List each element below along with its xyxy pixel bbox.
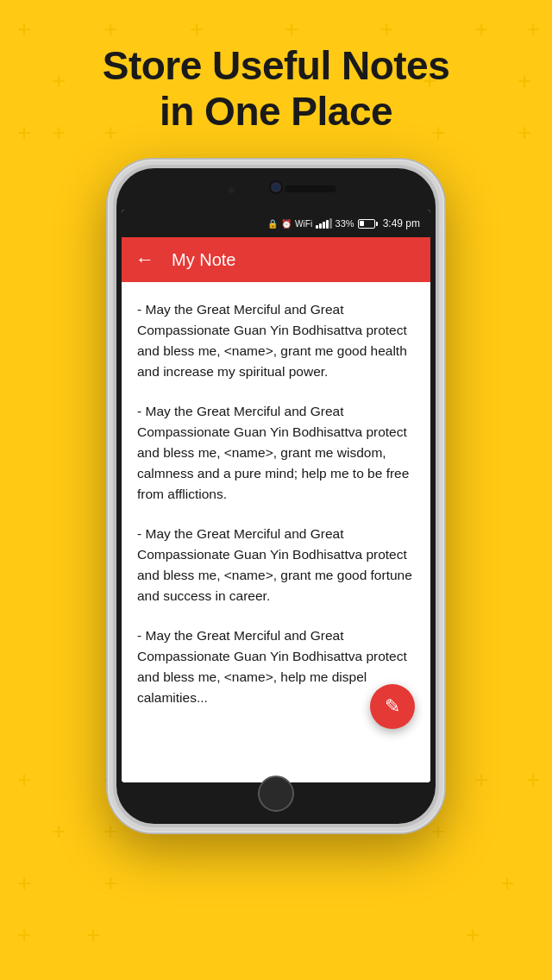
plus-decoration: + [285,17,298,41]
wifi-icon: WiFi [295,219,312,229]
plus-decoration: + [17,17,31,41]
phone-middle-shell: 🔒 ⏰ WiFi 33% [113,165,439,827]
signal-bars [316,218,332,229]
phone-speaker [285,185,336,192]
plus-decoration: + [500,871,514,895]
plus-decoration: + [474,17,488,41]
phone-outer-shell: 🔒 ⏰ WiFi 33% [108,160,444,832]
battery-percent-label: 33% [336,218,354,229]
app-bar-title: My Note [172,250,235,270]
home-button[interactable] [258,776,294,812]
phone-mockup: 🔒 ⏰ WiFi 33% [108,160,444,832]
phone-camera [269,180,283,194]
note-paragraph-1: - May the Great Merciful and Great Compa… [137,299,415,382]
phone-inner-shell: 🔒 ⏰ WiFi 33% [116,168,436,824]
plus-decoration: + [526,768,540,792]
plus-decoration: + [52,820,66,844]
header-title-line1: Store Useful Notes [0,43,552,89]
plus-decoration: + [474,768,488,792]
plus-decoration: + [466,923,480,947]
back-button[interactable]: ← [135,250,154,269]
plus-decoration: + [104,17,117,41]
clock: 3:49 pm [383,217,420,229]
plus-decoration: + [380,17,393,41]
lock-icon: 🔒 [267,219,278,229]
edit-fab-button[interactable]: ✎ [370,684,415,729]
app-bar: ← My Note [122,237,430,282]
header-title-line2: in One Place [0,89,552,135]
alarm-icon: ⏰ [281,219,292,229]
plus-decoration: + [526,17,540,41]
plus-decoration: + [17,871,31,895]
note-paragraph-2: - May the Great Merciful and Great Compa… [137,401,415,505]
status-icons: 🔒 ⏰ WiFi 33% [267,217,420,229]
plus-decoration: + [190,17,204,41]
header-text: Store Useful Notes in One Place [0,43,552,135]
plus-decoration: + [104,871,117,895]
plus-decoration: + [86,923,100,947]
phone-screen: 🔒 ⏰ WiFi 33% [122,210,430,782]
status-bar: 🔒 ⏰ WiFi 33% [122,210,430,237]
note-paragraph-3: - May the Great Merciful and Great Compa… [137,524,415,606]
plus-decoration: + [17,923,31,947]
battery-icon [358,219,378,229]
plus-decoration: + [17,768,31,792]
edit-icon: ✎ [385,697,400,716]
phone-sensor [229,187,235,193]
